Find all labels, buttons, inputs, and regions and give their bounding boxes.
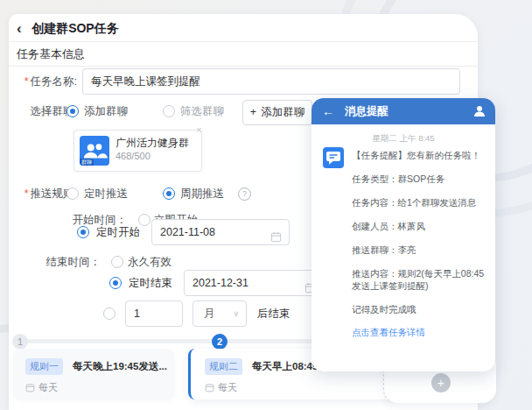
end-after-suffix: 后结束 — [257, 300, 290, 327]
task-name-label: *任务名称: — [9, 68, 77, 95]
message-line: 任务类型：群SOP任务 — [352, 173, 485, 185]
calendar-mini-icon — [25, 383, 35, 392]
end-time-label: 结束时间： — [32, 249, 101, 275]
message-line: 创建人员：林萧风 — [352, 220, 485, 232]
back-icon[interactable]: ‹ — [17, 20, 22, 37]
phone-header-title: 消息提醒 — [345, 98, 388, 124]
end-after-count-input[interactable] — [125, 300, 183, 327]
radio-start-now[interactable] — [138, 214, 150, 226]
radio-start-scheduled[interactable] — [77, 226, 89, 238]
plus-button[interactable]: + — [431, 373, 451, 392]
group-name: 广州活力健身群 — [116, 136, 189, 151]
start-date-input[interactable]: 2021-11-08 — [151, 219, 290, 245]
radio-end-scheduled[interactable] — [109, 277, 122, 289]
arrow-left-icon[interactable]: ← — [322, 98, 334, 124]
task-reminder-message: 【任务提醒】您有新的任务啦！ 任务类型：群SOP任务 任务内容：给1个群聊发送消… — [352, 149, 485, 339]
calendar-mini-icon — [205, 383, 214, 392]
page-header: ‹ 创建群SOP任务 — [9, 14, 478, 42]
calendar-icon[interactable] — [270, 227, 282, 251]
rule-frequency: 每天 — [205, 381, 237, 394]
chat-bot-avatar-icon — [323, 147, 344, 168]
page-title: 创建群SOP任务 — [32, 21, 119, 35]
radio-end-scheduled-label[interactable]: 定时结束 — [129, 270, 172, 296]
plus-icon: + — [250, 106, 256, 118]
rule-badge: 规则二 — [205, 358, 242, 375]
radio-add-group-label[interactable]: 添加群聊 — [84, 98, 128, 124]
message-timestamp: 星期二 上午 8:45 — [312, 133, 495, 145]
radio-cycle-push-label[interactable]: 周期推送 — [180, 180, 224, 207]
radio-filter-group-label[interactable]: 筛选群聊 — [180, 98, 224, 124]
radio-filter-group[interactable] — [163, 105, 175, 117]
rule-badge: 规则一 — [25, 358, 63, 375]
remove-group-icon[interactable]: × — [193, 124, 205, 136]
radio-start-scheduled-label[interactable]: 定时开始 — [96, 219, 140, 245]
radio-timed-push-label[interactable]: 定时推送 — [84, 180, 128, 207]
section-title: 任务基本信息 — [9, 42, 478, 67]
add-group-button[interactable]: +添加群聊 — [242, 100, 312, 125]
radio-forever[interactable] — [111, 256, 123, 268]
task-name-input[interactable] — [82, 68, 460, 95]
help-icon[interactable]: ? — [238, 187, 251, 201]
end-date-input[interactable]: 2021-12-31 — [184, 270, 324, 296]
radio-add-group[interactable] — [66, 105, 79, 117]
rule-frequency: 每天 — [25, 381, 58, 394]
required-mark: * — [24, 187, 29, 200]
message-line: 任务内容：给1个群聊发送消息 — [352, 196, 485, 209]
phone-header: ← 消息提醒 — [312, 98, 495, 124]
chevron-down-icon: ∨ — [233, 301, 239, 326]
rule-title: 每天晚上19:45发送... — [73, 360, 167, 373]
radio-timed-push[interactable] — [66, 187, 79, 200]
message-line: 记得及时完成哦 — [352, 303, 485, 315]
radio-cycle-push[interactable] — [163, 187, 175, 200]
person-icon[interactable] — [472, 104, 486, 122]
required-mark: * — [24, 75, 29, 88]
timeline-step-1: 1 — [12, 334, 28, 350]
end-after-unit-select[interactable]: 月 ∨ — [192, 300, 247, 327]
message-preview-phone: ← 消息提醒 星期二 上午 8:45 【任务提醒】您有新的任务啦！ 任务类型：群… — [312, 98, 495, 371]
group-tag: 群聊 — [80, 159, 94, 166]
timeline-step-2: 2 — [212, 334, 228, 350]
view-task-details-link[interactable]: 点击查看任务详情 — [352, 327, 485, 339]
message-line: 推送内容：规则2(每天早上08:45发送上课签到提醒) — [352, 267, 485, 292]
group-card: 群聊 广州活力健身群 468/500 × — [74, 130, 202, 172]
radio-end-after[interactable] — [103, 308, 116, 320]
group-member-count: 468/500 — [116, 151, 150, 161]
message-line: 【任务提醒】您有新的任务啦！ — [352, 149, 485, 161]
group-chat-icon: 群聊 — [80, 136, 109, 166]
message-line: 推送群聊：李亮 — [352, 244, 485, 256]
rule-card-1[interactable]: 规则一 每天晚上19:45发送... 每天 — [13, 349, 174, 399]
